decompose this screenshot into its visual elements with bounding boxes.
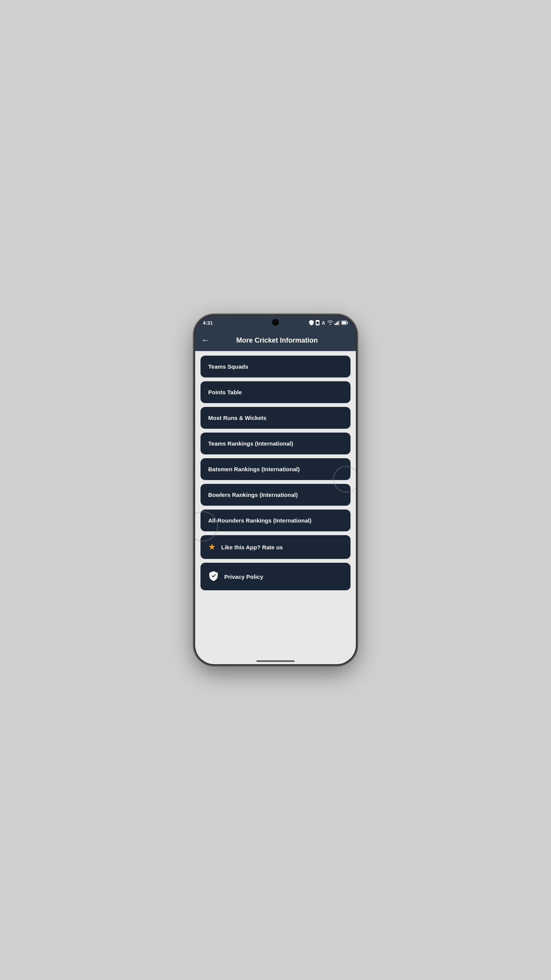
points-table-label: Points Table — [208, 389, 242, 395]
menu-item-teams-squads[interactable]: Teams Squads — [201, 356, 350, 377]
svg-rect-4 — [336, 322, 337, 325]
menu-item-bowlers-rankings[interactable]: Bowlers Rankings (International) — [201, 484, 350, 506]
menu-item-teams-rankings[interactable]: Teams Rankings (International) — [201, 433, 350, 454]
signal-icon — [334, 320, 340, 325]
batsmen-rankings-label: Batsmen Rankings (International) — [208, 466, 300, 472]
menu-item-batsmen-rankings[interactable]: Batsmen Rankings (International) — [201, 458, 350, 480]
teams-rankings-label: Teams Rankings (International) — [208, 440, 293, 447]
bowlers-rankings-label: Bowlers Rankings (International) — [208, 492, 298, 498]
wifi-icon — [328, 320, 333, 325]
status-time: 4:31 — [203, 320, 213, 326]
page-title: More Cricket Information — [216, 336, 338, 345]
menu-item-most-runs-wickets[interactable]: Most Runs & Wickets — [201, 407, 350, 429]
svg-rect-6 — [339, 320, 340, 325]
shield-privacy-icon — [208, 570, 219, 583]
shield-status-icon — [309, 320, 314, 325]
allrounders-rankings-label: All-Rounders Rankings (International) — [208, 517, 311, 524]
status-bar: 4:31 A — [195, 316, 356, 330]
status-icons: A — [309, 320, 348, 325]
camera-notch — [272, 319, 279, 326]
rate-app-label: Like this App? Rate us — [221, 544, 283, 550]
font-icon: A — [321, 320, 326, 325]
svg-text:A: A — [322, 320, 325, 325]
menu-item-privacy-policy[interactable]: Privacy Policy — [201, 563, 350, 590]
svg-rect-9 — [347, 322, 348, 323]
teams-squads-label: Teams Squads — [208, 363, 248, 370]
back-button[interactable]: ← — [201, 336, 210, 345]
menu-item-allrounders-rankings[interactable]: All-Rounders Rankings (International) — [201, 510, 350, 531]
svg-rect-8 — [342, 322, 346, 324]
menu-item-rate-app[interactable]: ★ Like this App? Rate us — [201, 535, 350, 559]
menu-item-points-table[interactable]: Points Table — [201, 381, 350, 403]
home-indicator[interactable] — [256, 660, 295, 662]
phone-frame: 4:31 A — [195, 316, 356, 664]
most-runs-wickets-label: Most Runs & Wickets — [208, 415, 266, 421]
privacy-policy-label: Privacy Policy — [224, 573, 263, 580]
svg-rect-5 — [337, 321, 339, 325]
svg-rect-3 — [334, 323, 336, 325]
star-icon: ★ — [208, 543, 216, 551]
sim-icon — [315, 320, 320, 325]
header: ← More Cricket Information — [195, 330, 356, 351]
battery-icon — [341, 320, 348, 325]
svg-rect-1 — [316, 322, 319, 324]
content-area: Teams Squads Points Table Most Runs & Wi… — [195, 351, 356, 664]
